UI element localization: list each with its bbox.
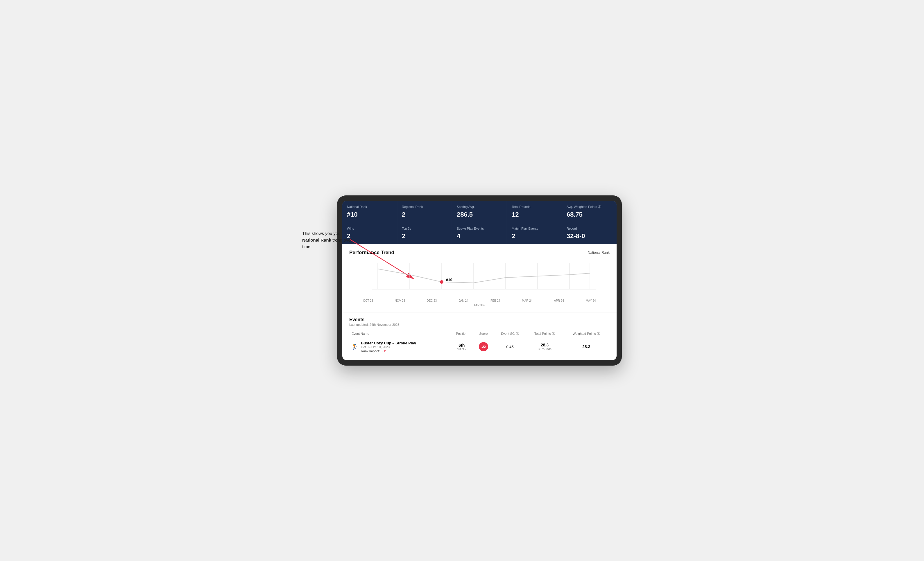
stat-label-row1-2: Scoring Avg.	[457, 205, 502, 209]
table-row: 🏌 Buster Cozy Cup – Stroke Play Oct 9 - …	[349, 338, 610, 356]
event-name-0: Buster Cozy Cup – Stroke Play	[361, 341, 416, 345]
stat-label-row1-4: Avg. Weighted Points ⓘ	[567, 205, 612, 209]
stat-cell-row1-3: Total Rounds12	[507, 200, 562, 222]
stat-value-row1-3: 12	[512, 211, 557, 218]
events-th-3: Event SG ⓘ	[494, 330, 526, 338]
stat-label-row2-0: Wins	[347, 226, 392, 230]
chart-area: #10	[349, 260, 610, 298]
event-score-cell-0: -22	[473, 338, 494, 356]
events-updated: Last updated: 24th November 2023	[349, 323, 610, 326]
chart-x-label-6: APR 24	[543, 299, 575, 302]
chart-x-label-3: JAN 24	[448, 299, 480, 302]
chart-x-label-5: MAR 24	[512, 299, 543, 302]
event-total-points-0: 28.3	[528, 343, 561, 347]
tablet-screen: National Rank#10Regional Rank2Scoring Av…	[342, 200, 616, 361]
event-position-0: 6th out of 7	[450, 338, 473, 356]
annotation-text-normal: This shows you your	[302, 231, 342, 236]
events-table-body: 🏌 Buster Cozy Cup – Stroke Play Oct 9 - …	[349, 338, 610, 356]
stat-label-row1-0: National Rank	[347, 205, 392, 209]
stat-cell-row1-2: Scoring Avg.286.5	[452, 200, 507, 222]
stat-cell-row1-1: Regional Rank2	[397, 200, 452, 222]
events-section: Events Last updated: 24th November 2023 …	[342, 313, 616, 361]
chart-x-label-7: MAY 24	[575, 299, 607, 302]
stats-row2: Wins2Top 3s2Stroke Play Events4Match Pla…	[342, 223, 616, 244]
event-total-rounds-0: 3 Rounds	[528, 347, 561, 351]
chart-x-labels: OCT 23NOV 23DEC 23JAN 24FEB 24MAR 24APR …	[349, 299, 610, 302]
event-name-cell-0: 🏌 Buster Cozy Cup – Stroke Play Oct 9 - …	[349, 338, 450, 356]
content-area: National Rank#10Regional Rank2Scoring Av…	[342, 200, 616, 361]
perf-title: Performance Trend	[349, 250, 394, 256]
svg-text:#10: #10	[446, 278, 452, 282]
event-rank-impact-0: Rank Impact: 3 ▼	[361, 349, 416, 353]
events-title: Events	[349, 317, 610, 322]
events-th-4: Total Points ⓘ	[526, 330, 563, 338]
outer-wrapper: This shows you your National Rank trend …	[302, 195, 622, 366]
perf-header: Performance Trend National Rank	[349, 250, 610, 256]
stat-value-row2-2: 4	[457, 232, 502, 240]
events-table-head: Event NamePositionScoreEvent SG ⓘTotal P…	[349, 330, 610, 338]
stat-cell-row2-3: Match Play Events2	[507, 223, 562, 244]
stat-value-row2-3: 2	[512, 232, 557, 240]
chart-x-label-1: NOV 23	[384, 299, 416, 302]
event-info-0: Buster Cozy Cup – Stroke Play Oct 9 - Oc…	[361, 341, 416, 353]
chart-x-label-2: DEC 23	[416, 299, 448, 302]
perf-legend: National Rank	[588, 251, 610, 255]
event-weighted-points-0: 28.3	[563, 338, 610, 356]
events-th-1: Position	[450, 330, 473, 338]
rank-impact-arrow-0: ▼	[383, 349, 387, 353]
events-table: Event NamePositionScoreEvent SG ⓘTotal P…	[349, 330, 610, 356]
chart-x-axis-title: Months	[349, 304, 610, 307]
stat-value-row1-4: 68.75	[567, 211, 612, 218]
stat-value-row1-1: 2	[402, 211, 447, 218]
stat-value-row1-0: #10	[347, 211, 392, 218]
events-th-2: Score	[473, 330, 494, 338]
event-icon-0: 🏌	[352, 344, 358, 350]
stat-cell-row2-2: Stroke Play Events4	[452, 223, 507, 244]
stat-cell-row2-4: Record32-8-0	[562, 223, 616, 244]
annotation: This shows you your National Rank trend …	[302, 230, 360, 250]
position-main-0: 6th	[452, 343, 471, 347]
events-table-header-row: Event NamePositionScoreEvent SG ⓘTotal P…	[349, 330, 610, 338]
performance-section: Performance Trend National Rank	[342, 244, 616, 313]
stat-label-row2-2: Stroke Play Events	[457, 226, 502, 230]
stat-cell-row2-1: Top 3s2	[397, 223, 452, 244]
stat-cell-row1-4: Avg. Weighted Points ⓘ68.75	[562, 200, 616, 222]
stat-value-row1-2: 286.5	[457, 211, 502, 218]
stat-label-row1-3: Total Rounds	[512, 205, 557, 209]
event-date-0: Oct 9 - Oct 10, 2023	[361, 345, 416, 349]
chart-svg: #10	[349, 260, 610, 298]
stat-label-row2-3: Match Play Events	[512, 226, 557, 230]
event-sg-0: 0.45	[494, 338, 526, 356]
stat-label-row1-1: Regional Rank	[402, 205, 447, 209]
score-badge-0: -22	[479, 342, 488, 352]
stat-value-row2-1: 2	[402, 232, 447, 240]
stats-row1: National Rank#10Regional Rank2Scoring Av…	[342, 200, 616, 222]
event-total-points-cell-0: 28.3 3 Rounds	[526, 338, 563, 356]
events-th-0: Event Name	[349, 330, 450, 338]
annotation-text-bold: National Rank	[302, 238, 331, 242]
chart-x-label-0: OCT 23	[352, 299, 384, 302]
events-th-5: Weighted Points ⓘ	[563, 330, 610, 338]
stat-value-row2-4: 32-8-0	[567, 232, 612, 240]
svg-point-11	[440, 280, 443, 284]
chart-x-label-4: FEB 24	[479, 299, 512, 302]
position-sub-0: out of 7	[452, 347, 471, 351]
stat-label-row2-1: Top 3s	[402, 226, 447, 230]
stat-cell-row1-0: National Rank#10	[342, 200, 397, 222]
stat-label-row2-4: Record	[567, 226, 612, 230]
tablet-frame: National Rank#10Regional Rank2Scoring Av…	[337, 195, 622, 366]
